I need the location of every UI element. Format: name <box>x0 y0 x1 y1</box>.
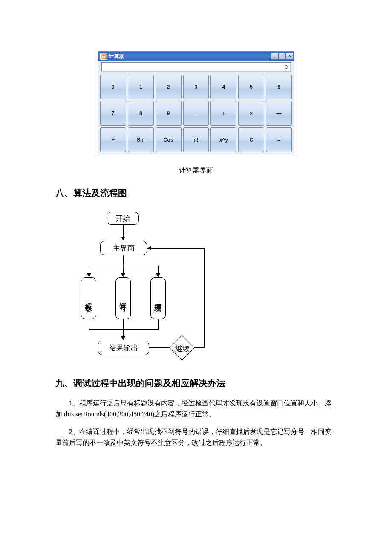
arrow-down-icon <box>87 273 91 277</box>
edge <box>123 255 124 266</box>
node-operator: 运算符号 <box>115 278 131 319</box>
label-result: 结果输出 <box>109 343 138 353</box>
calculator-caption: 计算器界面 <box>55 166 337 175</box>
paragraph-1: 1、程序运行之后只有标题没有内容，经过检查代码才发现没有设置窗口位置和大小。添加… <box>55 398 337 420</box>
arrow-down-icon <box>121 237 125 240</box>
close-button[interactable]: × <box>286 53 294 60</box>
edge <box>89 266 159 266</box>
p1-text-b: 之后程序运行正常。 <box>154 410 216 418</box>
flowchart-diagram: 开始 主界面 运算数据 运算符号 功能模块 结果输出 继续 <box>68 208 213 365</box>
titlebar[interactable]: ☕ 计算器 _ □ × <box>98 52 294 61</box>
edge <box>158 266 159 274</box>
btn-clear[interactable]: C <box>238 127 264 152</box>
paragraph-2: 2、在编译过程中，经常出现找不到符号的错误，仔细查找后发现是忘记写分号、相同变量… <box>55 426 337 449</box>
node-result: 结果输出 <box>98 341 149 355</box>
section-8-heading: 八、算法及流程图 <box>55 187 337 199</box>
maximize-button[interactable]: □ <box>278 53 286 60</box>
edge <box>123 319 124 329</box>
minimize-button[interactable]: _ <box>271 53 278 60</box>
node-main-ui: 主界面 <box>100 241 147 255</box>
edge <box>123 225 124 237</box>
btn-7[interactable]: 7 <box>100 101 126 126</box>
btn-divide[interactable]: ÷ <box>210 101 236 126</box>
btn-minus[interactable]: — <box>266 101 292 126</box>
node-function-module: 功能模块 <box>150 278 166 319</box>
btn-equals[interactable]: = <box>266 127 292 152</box>
arrow-down-icon <box>121 336 125 340</box>
label-continue: 继续 <box>173 344 192 354</box>
btn-8[interactable]: 8 <box>128 101 154 126</box>
edge <box>123 329 124 337</box>
node-operand-data: 运算数据 <box>81 278 96 319</box>
calculator-window: ☕ 计算器 _ □ × 0 0 1 2 3 4 5 6 7 8 9 . ÷ × … <box>98 51 294 154</box>
node-start: 开始 <box>107 212 139 225</box>
btn-factorial[interactable]: n! <box>183 127 209 152</box>
section-9-heading: 九、调试过程中出现的问题及相应解决办法 <box>55 377 337 389</box>
btn-4[interactable]: 4 <box>210 75 236 99</box>
edge <box>89 329 159 330</box>
label-operand-data: 运算数据 <box>84 297 94 300</box>
arrow-down-icon <box>156 273 160 277</box>
window-title: 计算器 <box>109 53 124 60</box>
btn-6[interactable]: 6 <box>266 75 292 99</box>
edge <box>149 347 170 348</box>
button-grid: 0 1 2 3 4 5 6 7 8 9 . ÷ × — + Sin Cos n!… <box>98 73 294 154</box>
edge <box>123 266 124 274</box>
label-main-ui: 主界面 <box>113 243 135 253</box>
btn-plus[interactable]: + <box>100 127 126 152</box>
btn-sin[interactable]: Sin <box>128 127 154 152</box>
java-icon: ☕ <box>100 53 107 60</box>
edge <box>204 248 205 348</box>
btn-dot[interactable]: . <box>183 101 209 126</box>
edge <box>89 266 89 274</box>
arrow-down-icon <box>121 273 125 277</box>
edge <box>147 248 205 249</box>
btn-multiply[interactable]: × <box>238 101 264 126</box>
display-field[interactable]: 0 <box>101 62 291 72</box>
edge <box>158 319 159 329</box>
btn-3[interactable]: 3 <box>183 75 209 99</box>
arrow-left-icon <box>147 246 151 250</box>
btn-1[interactable]: 1 <box>128 75 154 99</box>
btn-cos[interactable]: Cos <box>156 127 182 152</box>
btn-9[interactable]: 9 <box>156 101 182 126</box>
p1-code: this.setBounds(400,300,450,240) <box>64 410 154 418</box>
label-operator: 运算符号 <box>118 297 128 300</box>
btn-power[interactable]: x^y <box>210 127 236 152</box>
display-row: 0 <box>98 61 294 73</box>
window-buttons: _ □ × <box>271 53 294 60</box>
label-start: 开始 <box>115 214 130 223</box>
btn-0[interactable]: 0 <box>100 75 126 99</box>
edge <box>89 319 89 329</box>
btn-5[interactable]: 5 <box>238 75 264 99</box>
edge <box>194 347 205 348</box>
label-function-module: 功能模块 <box>153 297 163 300</box>
btn-2[interactable]: 2 <box>156 75 182 99</box>
